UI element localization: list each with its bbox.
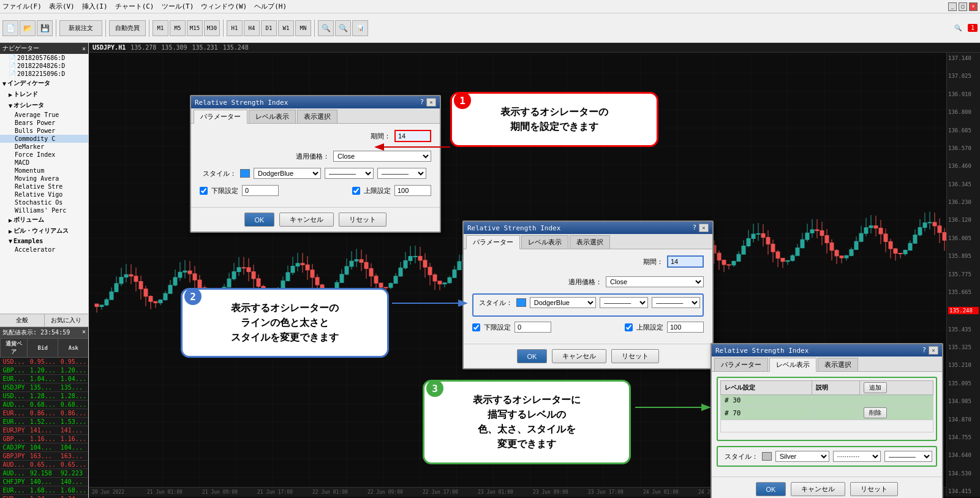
menu-window[interactable]: ウィンドウ(W) <box>201 2 247 11</box>
tree-item-0[interactable]: 📄20182057686:D <box>0 54 88 62</box>
sidebar-close[interactable]: × <box>82 45 86 52</box>
dialog3-tab-levels[interactable]: レベル表示 <box>769 358 816 372</box>
currency-row[interactable]: EUR... 1.04... 1.04... <box>1 375 89 383</box>
menu-chart[interactable]: チャート(C) <box>115 2 154 11</box>
tree-group-trend[interactable]: ▶トレンド <box>0 89 88 100</box>
currency-row[interactable]: AUD... 0.68... 0.68... <box>1 401 89 409</box>
toolbar-h1[interactable]: H1 <box>227 20 243 36</box>
tree-group-oscillator[interactable]: ▼オシレータ <box>0 100 88 111</box>
dialog1-cancel[interactable]: キャンセル <box>279 213 334 227</box>
dialog2-close[interactable]: × <box>699 224 709 232</box>
dialog2-reset[interactable]: リセット <box>611 349 659 363</box>
currency-row[interactable]: EURJPY 141... 141... <box>1 426 89 435</box>
tree-williams[interactable]: Williams' Perc <box>0 206 88 214</box>
tree-commodity[interactable]: Commodity C <box>0 135 88 143</box>
dialog2-tab-levels[interactable]: レベル表示 <box>521 235 568 249</box>
toolbar-mn[interactable]: MN <box>295 20 311 36</box>
toolbar-save[interactable]: 💾 <box>37 20 53 36</box>
dialog2-line-width[interactable]: ———— <box>652 297 700 308</box>
tree-relative-vig[interactable]: Relative Vigo <box>0 191 88 198</box>
dialog3-del-btn[interactable]: 削除 <box>864 407 887 418</box>
sidebar-tab-all[interactable]: 全般 <box>0 314 45 326</box>
dialog2-lower-check[interactable] <box>472 323 480 331</box>
level-row-70[interactable]: # 70 削除 <box>721 406 933 420</box>
dialog1-tab-levels[interactable]: レベル表示 <box>249 110 296 123</box>
tree-group-examples[interactable]: ▼Examples <box>0 236 88 246</box>
currency-row[interactable]: GBP... 1.16... 1.16... <box>1 435 89 443</box>
dialog1-reset[interactable]: リセット <box>339 213 386 227</box>
dialog2-upper-input[interactable] <box>667 322 704 333</box>
tree-group-bill[interactable]: ▶ビル・ウィリアムス <box>0 225 88 236</box>
tree-bulls-power[interactable]: Bulls Power <box>0 127 88 135</box>
tree-bears-power[interactable]: Bears Power <box>0 119 88 127</box>
dialog3-close[interactable]: × <box>929 346 938 355</box>
menu-insert[interactable]: 挿入(I) <box>82 2 108 11</box>
window-minimize[interactable]: _ <box>948 2 957 11</box>
tree-average-true[interactable]: Average True <box>0 111 88 119</box>
dialog2-cancel[interactable]: キャンセル <box>552 349 606 363</box>
tree-macd[interactable]: MACD <box>0 159 88 167</box>
tree-demarker[interactable]: DeMarker <box>0 143 88 151</box>
sidebar-tab-favorites[interactable]: お気に入り <box>45 314 89 326</box>
toolbar-w1[interactable]: W1 <box>278 20 294 36</box>
tree-momentum[interactable]: Momentum <box>0 167 88 175</box>
toolbar-m1[interactable]: M1 <box>153 20 168 36</box>
dialog1-lower-input[interactable] <box>242 185 279 196</box>
dialog1-line-width[interactable]: ———— <box>377 168 426 179</box>
tree-stochastic[interactable]: Stochastic Os <box>0 198 88 206</box>
currency-row[interactable]: GBPJPY 163... 163... <box>1 452 89 461</box>
dialog1-lower-check[interactable] <box>200 187 208 195</box>
dialog2-tab-display[interactable]: 表示選択 <box>570 235 610 249</box>
tree-group-indicator[interactable]: ▼インディケータ <box>0 78 88 89</box>
dialog3-reset[interactable]: リセット <box>850 482 898 496</box>
dialog1-price-select[interactable]: Close <box>333 151 431 162</box>
dialog1-close[interactable]: × <box>426 98 436 107</box>
toolbar-open[interactable]: 📂 <box>20 20 36 36</box>
dialog3-color-select[interactable]: Silver <box>775 451 829 462</box>
menu-tools[interactable]: ツール(T) <box>162 2 194 11</box>
currency-row[interactable]: EUR... 1.34... 1.34... <box>1 495 89 499</box>
tree-item-2[interactable]: 📄20182215096:D <box>0 70 88 78</box>
dialog2-price-select[interactable]: Close <box>606 276 704 287</box>
dialog2-period-input[interactable] <box>667 255 704 268</box>
dialog1-upper-check[interactable] <box>352 187 360 195</box>
dialog2-line-style[interactable]: ———— <box>600 297 648 308</box>
toolbar-indicators[interactable]: 📊 <box>352 20 368 36</box>
currency-row[interactable]: USD... 0.95... 0.95... <box>1 358 89 366</box>
toolbar-zoom-in[interactable]: 🔍 <box>318 20 334 36</box>
toolbar-autotrade[interactable]: 自動売買 <box>109 20 146 36</box>
toolbar-d1[interactable]: D1 <box>261 20 277 36</box>
dialog1-color-select[interactable]: DodgerBlue <box>254 168 321 179</box>
currency-row[interactable]: USD... 1.28... 1.28... <box>1 392 89 401</box>
menu-view[interactable]: 表示(V) <box>49 2 75 11</box>
currency-row[interactable]: USDJPY 135... 135... <box>1 383 89 392</box>
dialog3-ok[interactable]: OK <box>756 482 786 496</box>
currency-row[interactable]: AUD... 92.158 92.223 <box>1 469 89 478</box>
dialog2-ok[interactable]: OK <box>517 349 548 363</box>
dialog1-help[interactable]: ? <box>420 98 424 107</box>
dialog2-upper-check[interactable] <box>625 323 633 331</box>
toolbar-h4[interactable]: H4 <box>244 20 260 36</box>
tree-moving-avg[interactable]: Moving Avera <box>0 175 88 183</box>
window-maximize[interactable]: □ <box>959 2 967 11</box>
dialog3-tab-params[interactable]: パラメーター <box>714 358 768 371</box>
currency-row[interactable]: EUR... 0.86... 0.86... <box>1 409 89 418</box>
dialog2-lower-input[interactable] <box>514 322 551 333</box>
menu-file[interactable]: ファイル(F) <box>2 2 42 11</box>
currency-row[interactable]: GBP... 1.20... 1.20... <box>1 366 89 375</box>
currency-row[interactable]: EUR... 1.68... 1.68... <box>1 486 89 495</box>
level-row-30[interactable]: # 30 <box>721 395 933 406</box>
bottom-panel-close[interactable]: × <box>82 328 86 337</box>
dialog1-ok[interactable]: OK <box>244 213 275 227</box>
dialog2-tab-params[interactable]: パラメーター <box>466 235 520 249</box>
currency-row[interactable]: CADJPY 104... 104... <box>1 443 89 452</box>
toolbar-m30[interactable]: M30 <box>204 20 220 36</box>
tree-relative-str[interactable]: Relative Stre <box>0 183 88 191</box>
dialog2-color-select[interactable]: DodgerBlue <box>530 297 596 308</box>
toolbar-m5[interactable]: M5 <box>170 20 186 36</box>
toolbar-new[interactable]: 📄 <box>2 20 18 36</box>
currency-row[interactable]: CHFJPY 140... 140... <box>1 478 89 486</box>
tree-accelerator[interactable]: Accelerator <box>0 246 88 254</box>
toolbar-m15[interactable]: M15 <box>187 20 203 36</box>
currency-row[interactable]: AUD... 0.65... 0.65... <box>1 461 89 469</box>
